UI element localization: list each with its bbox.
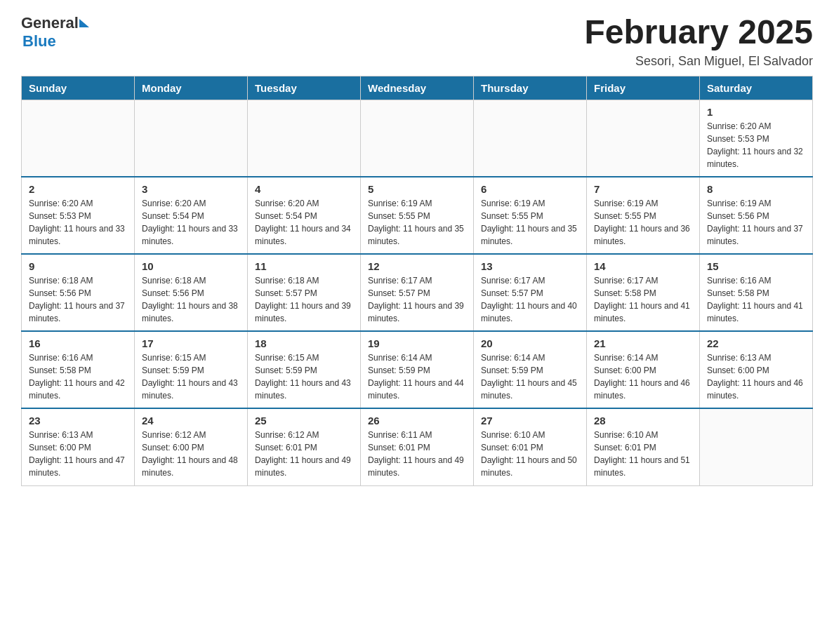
calendar-day: 19Sunrise: 6:14 AMSunset: 5:59 PMDayligh… (361, 331, 474, 408)
calendar-day: 27Sunrise: 6:10 AMSunset: 6:01 PMDayligh… (474, 408, 587, 485)
calendar-day: 3Sunrise: 6:20 AMSunset: 5:54 PMDaylight… (135, 177, 248, 254)
day-number: 2 (29, 183, 127, 195)
day-info: Sunrise: 6:20 AMSunset: 5:54 PMDaylight:… (142, 197, 240, 248)
day-info: Sunrise: 6:14 AMSunset: 6:00 PMDaylight:… (594, 351, 692, 402)
day-info: Sunrise: 6:20 AMSunset: 5:54 PMDaylight:… (255, 197, 353, 248)
day-number: 6 (481, 183, 579, 195)
calendar-day: 20Sunrise: 6:14 AMSunset: 5:59 PMDayligh… (474, 331, 587, 408)
calendar-day (700, 408, 813, 485)
day-info: Sunrise: 6:20 AMSunset: 5:53 PMDaylight:… (707, 120, 805, 170)
day-info: Sunrise: 6:17 AMSunset: 5:57 PMDaylight:… (481, 274, 579, 325)
day-info: Sunrise: 6:20 AMSunset: 5:53 PMDaylight:… (29, 197, 127, 248)
day-info: Sunrise: 6:16 AMSunset: 5:58 PMDaylight:… (707, 274, 805, 325)
calendar-day: 18Sunrise: 6:15 AMSunset: 5:59 PMDayligh… (248, 331, 361, 408)
day-info: Sunrise: 6:12 AMSunset: 6:01 PMDaylight:… (255, 429, 353, 479)
calendar-week-4: 16Sunrise: 6:16 AMSunset: 5:58 PMDayligh… (22, 331, 813, 408)
calendar-week-3: 9Sunrise: 6:18 AMSunset: 5:56 PMDaylight… (22, 254, 813, 331)
calendar-day: 28Sunrise: 6:10 AMSunset: 6:01 PMDayligh… (587, 408, 700, 485)
day-info: Sunrise: 6:19 AMSunset: 5:55 PMDaylight:… (481, 197, 579, 248)
day-number: 28 (594, 415, 692, 427)
day-number: 17 (142, 337, 240, 349)
header-friday: Friday (587, 76, 700, 100)
day-number: 22 (707, 337, 805, 349)
day-number: 21 (594, 337, 692, 349)
calendar-day: 17Sunrise: 6:15 AMSunset: 5:59 PMDayligh… (135, 331, 248, 408)
day-info: Sunrise: 6:11 AMSunset: 6:01 PMDaylight:… (368, 429, 466, 479)
calendar-day: 21Sunrise: 6:14 AMSunset: 6:00 PMDayligh… (587, 331, 700, 408)
day-number: 7 (594, 183, 692, 195)
day-info: Sunrise: 6:15 AMSunset: 5:59 PMDaylight:… (255, 351, 353, 402)
day-number: 1 (707, 106, 805, 118)
calendar-day: 13Sunrise: 6:17 AMSunset: 5:57 PMDayligh… (474, 254, 587, 331)
calendar-day: 14Sunrise: 6:17 AMSunset: 5:58 PMDayligh… (587, 254, 700, 331)
day-number: 9 (29, 260, 127, 272)
calendar-week-2: 2Sunrise: 6:20 AMSunset: 5:53 PMDaylight… (22, 177, 813, 254)
calendar-day: 24Sunrise: 6:12 AMSunset: 6:00 PMDayligh… (135, 408, 248, 485)
day-number: 14 (594, 260, 692, 272)
day-info: Sunrise: 6:10 AMSunset: 6:01 PMDaylight:… (594, 429, 692, 479)
day-number: 23 (29, 415, 127, 427)
day-number: 4 (255, 183, 353, 195)
day-number: 25 (255, 415, 353, 427)
calendar-day: 7Sunrise: 6:19 AMSunset: 5:55 PMDaylight… (587, 177, 700, 254)
logo-general: General (21, 14, 79, 32)
logo-blue: Blue (22, 32, 56, 50)
calendar-day (474, 100, 587, 177)
logo: General Blue (21, 14, 89, 51)
day-info: Sunrise: 6:19 AMSunset: 5:55 PMDaylight:… (368, 197, 466, 248)
day-info: Sunrise: 6:14 AMSunset: 5:59 PMDaylight:… (368, 351, 466, 402)
day-info: Sunrise: 6:10 AMSunset: 6:01 PMDaylight:… (481, 429, 579, 479)
calendar-day: 5Sunrise: 6:19 AMSunset: 5:55 PMDaylight… (361, 177, 474, 254)
page-header: General Blue February 2025 Sesori, San M… (21, 14, 813, 69)
calendar-title: February 2025 (584, 14, 813, 51)
day-number: 15 (707, 260, 805, 272)
calendar-day: 26Sunrise: 6:11 AMSunset: 6:01 PMDayligh… (361, 408, 474, 485)
calendar-table: SundayMondayTuesdayWednesdayThursdayFrid… (21, 76, 813, 486)
calendar-day: 1Sunrise: 6:20 AMSunset: 5:53 PMDaylight… (700, 100, 813, 177)
day-number: 5 (368, 183, 466, 195)
day-number: 13 (481, 260, 579, 272)
calendar-day: 12Sunrise: 6:17 AMSunset: 5:57 PMDayligh… (361, 254, 474, 331)
day-number: 11 (255, 260, 353, 272)
location-subtitle: Sesori, San Miguel, El Salvador (584, 54, 813, 69)
day-info: Sunrise: 6:18 AMSunset: 5:57 PMDaylight:… (255, 274, 353, 325)
header-monday: Monday (135, 76, 248, 100)
day-number: 19 (368, 337, 466, 349)
calendar-week-1: 1Sunrise: 6:20 AMSunset: 5:53 PMDaylight… (22, 100, 813, 177)
day-number: 26 (368, 415, 466, 427)
title-block: February 2025 Sesori, San Miguel, El Sal… (584, 14, 813, 69)
day-info: Sunrise: 6:12 AMSunset: 6:00 PMDaylight:… (142, 429, 240, 479)
calendar-day (587, 100, 700, 177)
day-info: Sunrise: 6:13 AMSunset: 6:00 PMDaylight:… (707, 351, 805, 402)
calendar-day: 25Sunrise: 6:12 AMSunset: 6:01 PMDayligh… (248, 408, 361, 485)
calendar-day: 6Sunrise: 6:19 AMSunset: 5:55 PMDaylight… (474, 177, 587, 254)
day-info: Sunrise: 6:19 AMSunset: 5:56 PMDaylight:… (707, 197, 805, 248)
day-info: Sunrise: 6:14 AMSunset: 5:59 PMDaylight:… (481, 351, 579, 402)
day-info: Sunrise: 6:17 AMSunset: 5:58 PMDaylight:… (594, 274, 692, 325)
header-tuesday: Tuesday (248, 76, 361, 100)
calendar-day (135, 100, 248, 177)
day-info: Sunrise: 6:19 AMSunset: 5:55 PMDaylight:… (594, 197, 692, 248)
day-info: Sunrise: 6:16 AMSunset: 5:58 PMDaylight:… (29, 351, 127, 402)
header-thursday: Thursday (474, 76, 587, 100)
day-info: Sunrise: 6:15 AMSunset: 5:59 PMDaylight:… (142, 351, 240, 402)
day-number: 27 (481, 415, 579, 427)
day-info: Sunrise: 6:18 AMSunset: 5:56 PMDaylight:… (142, 274, 240, 325)
day-number: 10 (142, 260, 240, 272)
day-info: Sunrise: 6:18 AMSunset: 5:56 PMDaylight:… (29, 274, 127, 325)
day-number: 20 (481, 337, 579, 349)
day-number: 16 (29, 337, 127, 349)
day-number: 18 (255, 337, 353, 349)
calendar-day: 4Sunrise: 6:20 AMSunset: 5:54 PMDaylight… (248, 177, 361, 254)
day-number: 3 (142, 183, 240, 195)
calendar-day (248, 100, 361, 177)
day-number: 12 (368, 260, 466, 272)
calendar-day: 8Sunrise: 6:19 AMSunset: 5:56 PMDaylight… (700, 177, 813, 254)
logo-triangle-icon (79, 19, 89, 27)
header-wednesday: Wednesday (361, 76, 474, 100)
calendar-day (361, 100, 474, 177)
header-sunday: Sunday (22, 76, 135, 100)
header-saturday: Saturday (700, 76, 813, 100)
calendar-day: 9Sunrise: 6:18 AMSunset: 5:56 PMDaylight… (22, 254, 135, 331)
day-info: Sunrise: 6:17 AMSunset: 5:57 PMDaylight:… (368, 274, 466, 325)
